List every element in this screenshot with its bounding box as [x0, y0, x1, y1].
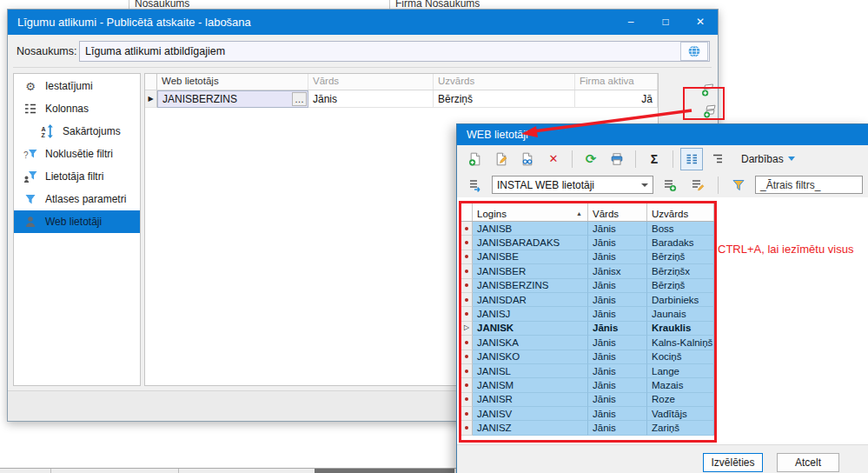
- row-marker: [461, 307, 473, 321]
- uzvards-cell: Baradaks: [647, 236, 714, 250]
- user-row[interactable]: JANISKAJānisKalns-Kalniņš: [461, 336, 714, 350]
- row-marker: ▷: [461, 322, 473, 336]
- edit-icon: [494, 151, 509, 167]
- name-row: Nosaukums: Līguma atlikumi atbildīgajiem: [8, 38, 718, 64]
- nosaukums-input[interactable]: Līguma atlikumi atbildīgajiem: [79, 41, 710, 62]
- selected-user-row[interactable]: ▶ JANISBERZINS … Jānis Bērziņš Jā: [145, 90, 658, 108]
- uzvards-cell[interactable]: Bērziņš: [434, 90, 575, 108]
- sidebar-item-label: Lietotāja filtri: [42, 170, 103, 183]
- minimize-button[interactable]: –: [613, 10, 648, 35]
- main-dialog-titlebar[interactable]: Līgumu atlikumi - Publicētā atskaite - l…: [8, 10, 718, 35]
- lookup-button[interactable]: …: [292, 92, 307, 106]
- darbibas-menu[interactable]: Darbības: [741, 153, 795, 165]
- login-cell: JANISZ: [473, 421, 588, 435]
- quick-filter-icon: [731, 177, 746, 193]
- vards-cell: Jānis: [588, 222, 647, 236]
- column-header[interactable]: Vārds: [308, 74, 434, 90]
- user-row[interactable]: JANISBERJānisxBērziņšx: [461, 264, 714, 278]
- current-row-icon: ▷: [464, 324, 469, 331]
- user-row[interactable]: JANISZJānisZariņš: [461, 421, 714, 435]
- delete-icon: ✕: [546, 151, 561, 167]
- layout-button[interactable]: [464, 174, 487, 197]
- record-dot-icon: [465, 283, 468, 287]
- uzvards-cell: Kalns-Kalniņš: [647, 336, 714, 350]
- print-button[interactable]: [606, 148, 628, 170]
- row-marker: [461, 293, 473, 307]
- tree-view-button[interactable]: [706, 148, 729, 170]
- print-icon: [609, 151, 625, 167]
- grid-view-button[interactable]: [680, 148, 703, 170]
- sidebar-item-kolonnas[interactable]: Kolonnas: [14, 97, 140, 120]
- add-users-button[interactable]: [697, 102, 723, 121]
- login-cell: JANISDAR: [473, 293, 588, 307]
- edit-button[interactable]: [490, 148, 513, 170]
- sidebar-item-atlases-parametri[interactable]: Atlases parametri: [14, 188, 140, 210]
- vards-cell[interactable]: Jānis: [308, 90, 434, 108]
- uzvards-column-header[interactable]: Uzvārds: [647, 203, 714, 221]
- view-button[interactable]: [516, 148, 539, 170]
- row-marker: ▶: [145, 90, 157, 108]
- cancel-button[interactable]: Atcelt: [777, 453, 839, 472]
- sort-az-icon: AZ: [36, 123, 59, 139]
- layout-combo[interactable]: INSTAL WEB lietotāji: [492, 176, 653, 194]
- row-marker: [461, 350, 473, 364]
- layout-edit-button[interactable]: [686, 174, 709, 197]
- svg-text:A: A: [42, 126, 46, 132]
- firma-aktiva-cell[interactable]: Jā: [575, 90, 658, 108]
- user-row[interactable]: ▷JANISKJānisKrauklis: [461, 322, 714, 336]
- maximize-button[interactable]: □: [648, 10, 683, 35]
- column-divider: [389, 0, 390, 9]
- quick-filter-input[interactable]: _Ātrais filtrs_: [755, 176, 863, 194]
- user-row[interactable]: JANISVJānisVadītājs: [461, 407, 714, 421]
- row-marker: [461, 279, 473, 293]
- column-header[interactable]: Uzvārds: [434, 74, 575, 90]
- login-cell: JANISBERZINS: [473, 279, 588, 293]
- record-dot-icon: [465, 227, 468, 230]
- sum-button[interactable]: Σ: [643, 148, 666, 170]
- popup-titlebar[interactable]: WEB lietotāji: [457, 124, 868, 145]
- columns-icon: [19, 101, 42, 117]
- new-button[interactable]: [464, 148, 487, 170]
- add-row-button[interactable]: [695, 81, 721, 100]
- sidebar-item-sak-rtojums[interactable]: AZSakārtojums: [14, 120, 140, 143]
- darbibas-label: Darbības: [741, 153, 784, 165]
- vards-cell: Jānis: [588, 293, 647, 307]
- user-row[interactable]: JANISMJānisMazais: [461, 378, 714, 392]
- sidebar-item-web-lietot-ji[interactable]: Web lietotāji: [14, 210, 140, 233]
- refresh-button[interactable]: ⟳: [580, 148, 602, 170]
- toolbar-separator: [635, 150, 636, 168]
- sidebar-item-label: Sakārtojums: [59, 125, 121, 137]
- grid-view-icon: [684, 151, 699, 167]
- login-cell: JANISB: [473, 222, 588, 236]
- user-row[interactable]: JANISDARJānisDarbinieks: [461, 293, 714, 307]
- column-header[interactable]: Web lietotājs: [157, 74, 308, 90]
- quick-filter-button[interactable]: [727, 174, 750, 197]
- nosaukums-value: Līguma atlikumi atbildīgajiem: [80, 45, 680, 57]
- translate-button[interactable]: [680, 42, 708, 61]
- user-row[interactable]: JANISBERZINSJānisBērziņš: [461, 279, 714, 293]
- logins-column-header[interactable]: Logins ▲: [473, 203, 588, 221]
- sidebar-item-noklus-tie-filtri[interactable]: ?Noklusētie filtri: [14, 143, 140, 165]
- select-button[interactable]: Izvēlēties: [703, 453, 763, 472]
- user-row[interactable]: JANISLJānisLange: [461, 364, 714, 378]
- popup-grid-rows: JANISBJānisBossJANISBARADAKSJānisBaradak…: [461, 222, 714, 436]
- login-cell: JANISV: [473, 407, 588, 421]
- user-row[interactable]: JANISBJānisBoss: [461, 222, 714, 236]
- user-icon: [19, 214, 42, 230]
- column-header[interactable]: Firma aktiva: [575, 74, 658, 90]
- delete-button[interactable]: ✕: [542, 148, 565, 170]
- user-row[interactable]: JANISKOJānisKociņš: [461, 350, 714, 364]
- user-row[interactable]: JANISRJānisRoze: [461, 393, 714, 407]
- sidebar-item-lietot-ja-filtri[interactable]: Lietotāja filtri: [14, 165, 140, 188]
- web-users-dialog: WEB lietotāji ✕⟳ΣDarbības INSTAL WEB lie…: [456, 123, 868, 473]
- sidebar-item-iestat-jumi[interactable]: ⚙Iestatījumi: [14, 75, 140, 97]
- user-row[interactable]: JANISBARADAKSJānisBaradaks: [461, 236, 714, 250]
- user-row[interactable]: JANISBEJānisBērziņš: [461, 250, 714, 264]
- view-icon: [520, 151, 535, 167]
- vards-cell: Jānis: [588, 336, 647, 350]
- layout-add-button[interactable]: [659, 174, 681, 197]
- close-button[interactable]: ✕: [683, 10, 718, 35]
- vards-column-header[interactable]: Vārds: [588, 203, 647, 221]
- login-cell[interactable]: JANISBERZINS …: [157, 90, 308, 108]
- user-row[interactable]: JANISJJānisJaunais: [461, 307, 714, 321]
